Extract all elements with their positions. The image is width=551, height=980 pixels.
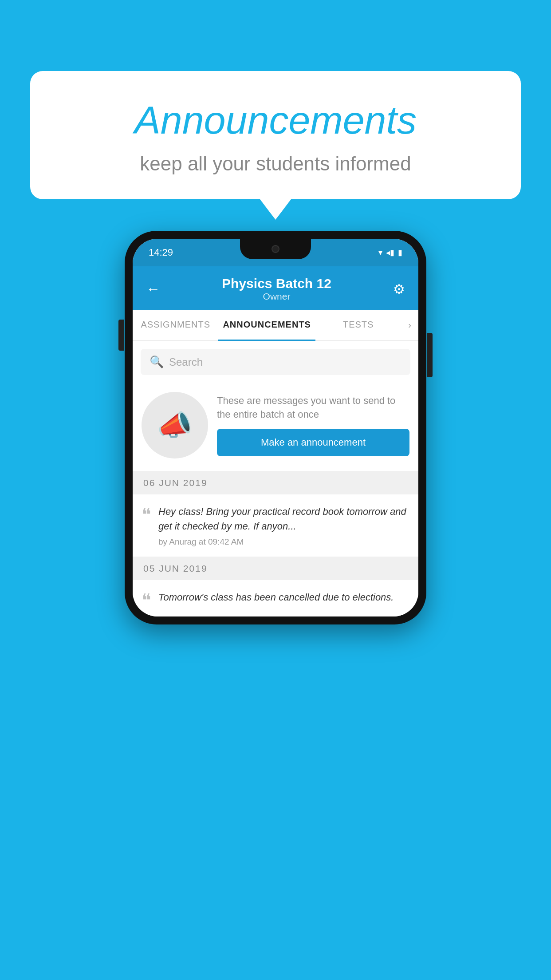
- header-center: Physics Batch 12 Owner: [222, 276, 331, 302]
- tab-assignments[interactable]: ASSIGNMENTS: [133, 310, 218, 340]
- notch: [240, 239, 311, 259]
- announcement-item-2[interactable]: ❝ Tomorrow's class has been cancelled du…: [133, 580, 418, 616]
- megaphone-circle: 📣: [142, 392, 208, 458]
- date-separator-2: 05 JUN 2019: [133, 557, 418, 580]
- tab-tests[interactable]: TESTS: [315, 310, 401, 340]
- phone-frame: 14:29 ▾ ◂▮ ▮ ← Physics Batch 12 Owner ⚙: [125, 231, 426, 624]
- announcement-prompt: 📣 These are messages you want to send to…: [133, 383, 418, 471]
- tabs-bar: ASSIGNMENTS ANNOUNCEMENTS TESTS ›: [133, 310, 418, 341]
- status-bar: 14:29 ▾ ◂▮ ▮: [133, 239, 418, 266]
- signal-icon: ◂▮: [386, 248, 394, 257]
- tab-more-icon[interactable]: ›: [401, 310, 418, 340]
- settings-icon[interactable]: ⚙: [393, 281, 405, 297]
- prompt-content: These are messages you want to send to t…: [217, 394, 409, 456]
- announcement-text-2: Tomorrow's class has been cancelled due …: [158, 590, 409, 605]
- status-time: 14:29: [149, 247, 173, 258]
- status-icons: ▾ ◂▮ ▮: [378, 248, 402, 257]
- search-icon: 🔍: [150, 355, 164, 369]
- batch-title: Physics Batch 12: [222, 276, 331, 291]
- prompt-description: These are messages you want to send to t…: [217, 394, 409, 422]
- phone-screen: 14:29 ▾ ◂▮ ▮ ← Physics Batch 12 Owner ⚙: [133, 239, 418, 616]
- owner-label: Owner: [222, 291, 331, 302]
- wifi-icon: ▾: [378, 248, 382, 257]
- tab-announcements[interactable]: ANNOUNCEMENTS: [218, 310, 315, 341]
- announcement-item-1[interactable]: ❝ Hey class! Bring your practical record…: [133, 494, 418, 557]
- battery-icon: ▮: [398, 248, 402, 257]
- date-separator-1: 06 JUN 2019: [133, 471, 418, 494]
- search-placeholder: Search: [169, 356, 203, 368]
- phone-mockup: 14:29 ▾ ◂▮ ▮ ← Physics Batch 12 Owner ⚙: [125, 231, 426, 624]
- announcement-meta-1: by Anurag at 09:42 AM: [158, 537, 409, 547]
- quote-icon-2: ❝: [142, 592, 151, 609]
- speech-bubble-section: Announcements keep all your students inf…: [30, 71, 521, 199]
- speech-bubble: Announcements keep all your students inf…: [30, 71, 521, 199]
- announcement-content-1: Hey class! Bring your practical record b…: [158, 504, 409, 547]
- megaphone-icon: 📣: [157, 409, 193, 442]
- camera: [272, 245, 279, 253]
- bubble-title: Announcements: [57, 98, 494, 143]
- announcement-content-2: Tomorrow's class has been cancelled due …: [158, 590, 409, 609]
- bubble-subtitle: keep all your students informed: [57, 153, 494, 175]
- announcement-text-1: Hey class! Bring your practical record b…: [158, 504, 409, 533]
- back-button[interactable]: ←: [146, 281, 160, 297]
- search-bar[interactable]: 🔍 Search: [141, 349, 410, 375]
- quote-icon-1: ❝: [142, 506, 151, 547]
- make-announcement-button[interactable]: Make an announcement: [217, 429, 409, 456]
- app-header: ← Physics Batch 12 Owner ⚙: [133, 266, 418, 310]
